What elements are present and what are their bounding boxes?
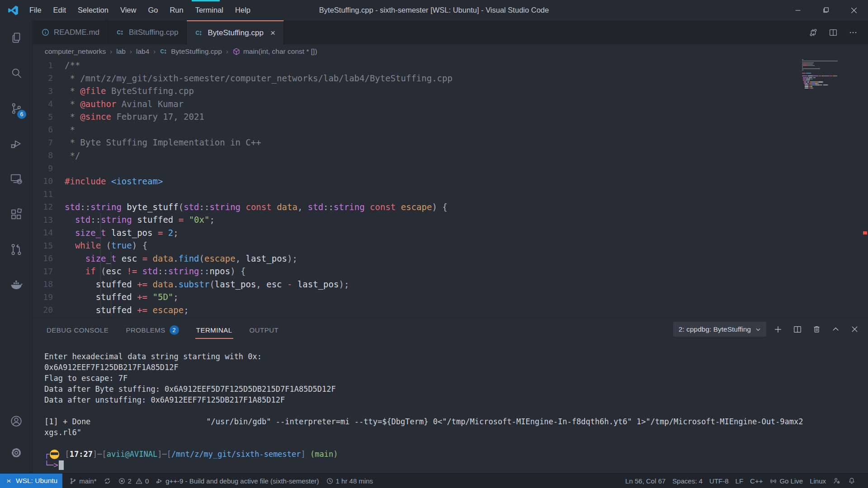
split-editor-icon[interactable] — [791, 323, 804, 336]
code-token — [272, 202, 277, 212]
menu-item-file[interactable]: File — [24, 0, 47, 20]
code-line: 20 stuffed += escape; — [33, 304, 453, 317]
panel-tab-label: PROBLEMS — [126, 326, 165, 334]
code-token: * — [65, 86, 80, 96]
info-file-icon — [41, 28, 50, 37]
menu-item-edit[interactable]: Edit — [47, 0, 72, 20]
code-token: ); — [287, 253, 297, 263]
minimize-button[interactable] — [784, 0, 812, 20]
code-token: * — [65, 125, 75, 135]
close-icon[interactable] — [849, 323, 861, 335]
tab-readme.md[interactable]: README.md — [33, 20, 108, 44]
terminal-token: ] — [301, 450, 306, 459]
plus-icon[interactable] — [772, 323, 784, 336]
panel-tab-debug-console[interactable]: DEBUG CONSOLE — [46, 320, 109, 338]
trash-icon[interactable] — [811, 323, 823, 335]
tab-bytestuffing.cpp[interactable]: CByteStuffing.cpp× — [187, 20, 284, 44]
code-token: /** — [65, 60, 80, 70]
terminal-token: /mnt/z/my_git/sixth-semester — [171, 450, 301, 459]
account-icon — [9, 414, 23, 428]
status-label: main* — [79, 477, 96, 485]
activity-item-source-control[interactable]: 6 — [0, 91, 33, 126]
status-indentation[interactable]: Spaces: 4 — [672, 477, 703, 485]
close-window-button[interactable] — [840, 0, 868, 20]
code-token: stuffed — [96, 279, 132, 289]
restore-button[interactable] — [812, 0, 840, 20]
code-token: esc — [266, 279, 282, 289]
activity-item-remote-explorer[interactable] — [0, 161, 33, 197]
menu-item-run[interactable]: Run — [164, 0, 189, 20]
panel-tab-problems[interactable]: PROBLEMS2 — [125, 320, 179, 338]
status-label: UTF-8 — [709, 477, 729, 485]
status-sync[interactable] — [104, 477, 111, 485]
breadcrumb-item[interactable]: lab4 — [136, 47, 149, 56]
terminal-session-select[interactable]: 2: cppdbg: ByteStuffing — [673, 322, 766, 337]
activity-item-run-debug[interactable] — [0, 126, 33, 161]
minimap-segment — [827, 84, 828, 85]
activity-item-search[interactable] — [0, 56, 33, 91]
breadcrumb-separator: › — [110, 47, 112, 55]
menu-item-go[interactable]: Go — [142, 0, 164, 20]
panel-tab-output[interactable]: OUTPUT — [249, 320, 280, 338]
status-remote-os[interactable]: Linux — [810, 477, 826, 485]
activity-item-settings[interactable] — [0, 437, 33, 469]
status-errors[interactable]: 2 — [118, 477, 132, 485]
status-timer[interactable]: 1 hr 48 mins — [326, 477, 373, 485]
terminal-token: ]─[ — [157, 450, 171, 459]
breadcrumb-item[interactable]: computer_networks — [45, 47, 106, 56]
activity-item-account[interactable] — [0, 405, 33, 437]
code-token: const — [370, 202, 396, 212]
breadcrumb[interactable]: computer_networks›lab›lab4›CByteStuffing… — [33, 44, 868, 58]
status-warnings[interactable]: 0 — [135, 477, 149, 485]
breadcrumb-item[interactable]: CByteStuffing.cpp — [160, 47, 222, 56]
clock-icon — [326, 477, 334, 485]
panel-tab-terminal[interactable]: TERMINAL — [195, 320, 233, 338]
menu-item-terminal[interactable]: Terminal — [189, 0, 229, 20]
remote-indicator[interactable]: WSL: Ubuntu — [0, 474, 62, 488]
activity-item-explorer[interactable] — [0, 20, 33, 56]
chevron-up-icon[interactable] — [830, 323, 842, 335]
minimap-segment — [802, 68, 820, 69]
close-tab-button[interactable]: × — [270, 28, 275, 38]
split-editor-icon[interactable] — [826, 26, 840, 39]
breadcrumb-item[interactable]: lab — [116, 47, 126, 56]
breadcrumb-label: main(int, char const * []) — [243, 47, 317, 56]
terminal-token: ┌ — [44, 450, 49, 459]
status-language-mode[interactable]: C++ — [750, 477, 763, 485]
status-eol[interactable]: LF — [736, 477, 744, 485]
activity-item-extensions[interactable] — [0, 197, 33, 232]
extensions-icon — [9, 207, 23, 221]
terminal-session-label: 2: cppdbg: ByteStuffing — [679, 325, 751, 333]
overview-ruler[interactable] — [863, 58, 868, 318]
code-token: true — [111, 240, 132, 250]
status-feedback[interactable] — [833, 477, 841, 485]
terminal-line: Enter hexadecimal data string starting w… — [44, 351, 864, 362]
remote-icon — [5, 477, 13, 485]
code-token — [147, 305, 152, 315]
status-git-branch[interactable]: main* — [69, 477, 96, 485]
status-encoding[interactable]: UTF-8 — [709, 477, 729, 485]
open-changes-icon[interactable] — [807, 26, 820, 39]
menu-item-help[interactable]: Help — [229, 0, 256, 20]
status-go-live[interactable]: Go Live — [769, 477, 803, 485]
activity-item-github-pr[interactable] — [0, 232, 33, 267]
problems-badge: 2 — [170, 325, 179, 335]
more-actions-icon[interactable] — [846, 26, 860, 39]
menu-item-view[interactable]: View — [114, 0, 142, 20]
terminal-output[interactable]: Enter hexadecimal data string starting w… — [44, 351, 864, 470]
panel-tab-label: TERMINAL — [196, 326, 232, 334]
code-editor[interactable]: 1/**2 * /mnt/z/my_git/sixth-semester/com… — [33, 58, 868, 318]
code-token — [241, 202, 245, 212]
code-token: data — [277, 202, 297, 212]
terminal-token: Data after Byte stuffing: 0x6A912EEF5D7F… — [44, 385, 336, 394]
tab-bitstuffing.cpp[interactable]: CBitStuffing.cpp — [108, 20, 187, 44]
code-token: * /mnt/z/my_git/sixth-semester/computer_… — [65, 73, 453, 83]
status-build-task[interactable]: g++-9 - Build and debug active file (six… — [156, 477, 319, 485]
breadcrumb-separator: › — [130, 47, 132, 55]
status-notifications[interactable] — [848, 477, 856, 485]
menu-item-selection[interactable]: Selection — [72, 0, 114, 20]
minimap[interactable] — [802, 59, 855, 89]
breadcrumb-item[interactable]: main(int, char const * []) — [232, 47, 317, 56]
status-cursor-position[interactable]: Ln 56, Col 67 — [625, 477, 665, 485]
activity-item-docker[interactable] — [0, 267, 33, 302]
